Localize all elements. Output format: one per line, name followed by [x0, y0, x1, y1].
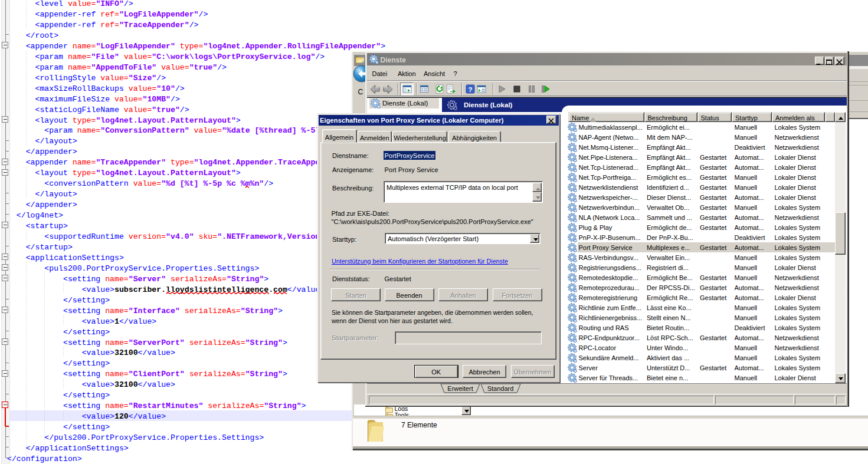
- svg-text:?: ?: [468, 86, 472, 93]
- svg-text:Standard: Standard: [487, 385, 514, 392]
- svg-text:Erweitert: Erweitert: [447, 385, 473, 392]
